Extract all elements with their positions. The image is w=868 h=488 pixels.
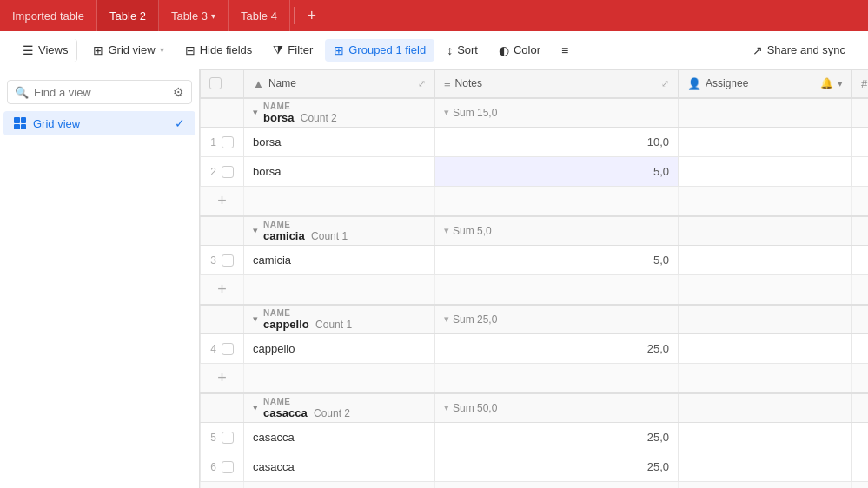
row-sum-cell[interactable]: 5,0 xyxy=(852,246,869,275)
add-row-button[interactable]: + xyxy=(201,482,244,489)
row-assignee-cell[interactable] xyxy=(679,246,852,275)
add-row-empty xyxy=(435,364,679,393)
grid-view-icon xyxy=(14,117,26,129)
sidebar-item-grid-view[interactable]: Grid view ✓ xyxy=(3,111,195,135)
share-label: Share and sync xyxy=(767,43,845,56)
filter-button[interactable]: ⧩ Filter xyxy=(264,38,321,62)
add-row-empty xyxy=(244,275,435,305)
row-name-cell[interactable]: casacca xyxy=(244,423,435,452)
row-checkbox-cell: 4 xyxy=(201,334,244,364)
row-number: 3 xyxy=(210,254,216,267)
header-checkbox[interactable] xyxy=(209,77,222,89)
group-sum-total-cell xyxy=(852,393,869,423)
chevron-down-icon: ▾ xyxy=(838,78,843,89)
sort-button[interactable]: ↕ Sort xyxy=(438,39,487,62)
add-row-button[interactable]: + xyxy=(201,275,244,305)
sum-label: Sum 5,0 xyxy=(453,225,492,237)
row-notes-cell[interactable]: 25,0 xyxy=(435,423,679,452)
tab-table2[interactable]: Table 2 xyxy=(97,0,159,31)
table-row: 5casacca25,050,0 xyxy=(201,423,869,452)
add-row-empty xyxy=(852,187,869,216)
col-header-checkbox[interactable] xyxy=(201,70,244,98)
row-notes-cell[interactable]: 10,0 xyxy=(435,128,679,157)
share-button[interactable]: ↗ Share and sync xyxy=(744,39,854,62)
row-name-cell[interactable]: borsa xyxy=(244,157,435,187)
row-assignee-cell[interactable] xyxy=(679,452,852,482)
tab-divider xyxy=(294,7,295,24)
row-sum-cell[interactable]: 15,0 xyxy=(852,157,869,187)
group-count: Count 1 xyxy=(315,319,352,331)
group-checkbox-cell xyxy=(201,216,244,246)
views-button[interactable]: ☰ Views xyxy=(14,39,77,62)
group-name-cell: ▾ NAME casacca Count 2 xyxy=(244,393,435,423)
col-notes-label: Notes xyxy=(455,77,482,89)
search-input[interactable] xyxy=(34,86,168,99)
row-assignee-cell[interactable] xyxy=(679,334,852,364)
sum-label: Sum 25,0 xyxy=(453,313,497,326)
row-sum-cell[interactable]: 50,0 xyxy=(852,423,869,452)
row-notes-cell[interactable]: 5,0 xyxy=(435,246,679,275)
row-name-cell[interactable]: camicia xyxy=(244,246,435,275)
color-label: Color xyxy=(514,43,540,56)
group-sum-total-cell xyxy=(852,98,869,128)
table-row: 1borsa10,015,0 xyxy=(201,128,869,157)
row-assignee-cell[interactable] xyxy=(679,157,852,187)
row-sum-cell[interactable]: 15,0 xyxy=(852,128,869,157)
views-label: Views xyxy=(38,43,68,56)
row-checkbox[interactable] xyxy=(222,136,234,148)
group-name-label: NAME xyxy=(263,308,352,318)
grid-view-button[interactable]: ⊞ Grid view ▾ xyxy=(84,39,172,62)
tab-imported-table[interactable]: Imported table xyxy=(0,0,97,31)
row-assignee-cell[interactable] xyxy=(679,128,852,157)
add-row-button[interactable]: + xyxy=(201,187,244,216)
sum-label: Sum 15,0 xyxy=(453,107,497,119)
add-row-empty xyxy=(244,482,435,489)
add-row-button[interactable]: + xyxy=(201,364,244,393)
row-name-cell[interactable]: borsa xyxy=(244,128,435,157)
row-sum-cell[interactable]: 50,0 xyxy=(852,452,869,482)
tab-table3[interactable]: Table 3 ▾ xyxy=(159,0,229,31)
grouped-button[interactable]: ⊞ Grouped 1 field xyxy=(325,39,434,62)
tab-label: Table 3 xyxy=(171,10,208,23)
add-table-button[interactable]: + xyxy=(298,0,326,31)
table-body: ▾ NAME borsa Count 2 ▾ Sum 15,01borsa10,… xyxy=(201,98,869,489)
search-icon: 🔍 xyxy=(15,86,29,99)
col-header-notes[interactable]: ≡ Notes ⤢ xyxy=(435,70,679,98)
row-checkbox[interactable] xyxy=(222,461,234,473)
row-assignee-cell[interactable] xyxy=(679,423,852,452)
row-height-button[interactable]: ≡ xyxy=(553,39,577,62)
color-button[interactable]: ◐ Color xyxy=(490,39,549,62)
row-checkbox[interactable] xyxy=(222,343,234,355)
col-header-name[interactable]: ▲ Name ⤢ xyxy=(244,70,435,98)
chevron-down-icon: ▾ xyxy=(444,402,449,413)
row-sum-cell[interactable]: 25,0 xyxy=(852,334,869,364)
group-count: Count 1 xyxy=(311,230,348,242)
tab-table4[interactable]: Table 4 xyxy=(229,0,290,31)
group-name-cell: ▾ NAME camicia Count 1 xyxy=(244,216,435,246)
row-checkbox[interactable] xyxy=(222,254,234,267)
hide-fields-button[interactable]: ⊟ Hide fields xyxy=(176,39,262,62)
main-layout: 🔍 ⚙ Grid view ✓ xyxy=(0,69,868,488)
row-checkbox[interactable] xyxy=(222,432,234,444)
row-checkbox-cell: 5 xyxy=(201,423,244,452)
row-notes-cell[interactable]: 25,0 xyxy=(435,334,679,364)
add-row-empty xyxy=(679,275,852,305)
col-header-assignee[interactable]: 👤 Assignee 🔔 ▾ xyxy=(679,70,852,98)
row-name-cell[interactable]: cappello xyxy=(244,334,435,364)
tab-label: Table 2 xyxy=(109,10,146,23)
add-row-empty xyxy=(435,482,679,489)
row-checkbox[interactable] xyxy=(222,166,234,178)
group-name-value: camicia xyxy=(263,229,305,242)
row-number: 4 xyxy=(210,343,216,355)
settings-icon[interactable]: ⚙ xyxy=(173,85,184,99)
row-name-cell[interactable]: casacca xyxy=(244,452,435,482)
row-notes-cell[interactable]: 25,0 xyxy=(435,452,679,482)
chevron-down-icon: ▾ xyxy=(253,107,258,118)
chevron-down-icon: ▾ xyxy=(253,402,258,413)
add-row-empty xyxy=(852,482,869,489)
row-notes-cell[interactable]: 5,0 xyxy=(435,157,679,187)
data-table: ▲ Name ⤢ ≡ Notes ⤢ � xyxy=(200,69,868,488)
col-header-sum[interactable]: # SUM ⤢ xyxy=(852,70,869,98)
add-row-empty xyxy=(679,364,852,393)
row-number: 5 xyxy=(210,432,216,444)
